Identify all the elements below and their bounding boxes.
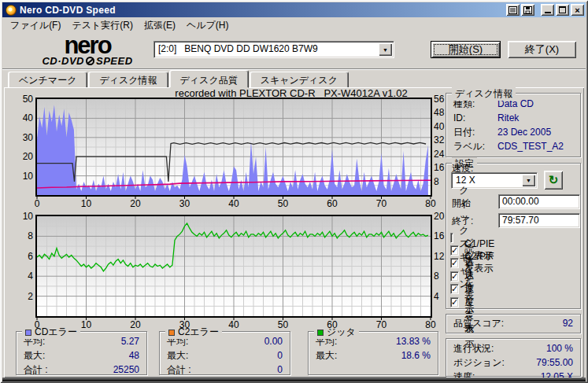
checkbox-option-5[interactable]: ✓書込速度を表示 — [450, 296, 475, 308]
tab-disc-quality[interactable]: ディスク品質 — [169, 70, 249, 88]
menu-item-file[interactable]: ファイル(F) — [5, 18, 66, 33]
cd-errors-value: 25250 — [113, 364, 139, 375]
app-icon — [6, 5, 17, 16]
disc-info-row: ラベル:CDS_TEST_A2 — [446, 141, 580, 152]
status-row: 進行状況:100 % — [446, 343, 580, 354]
c2-errors-value: 0.00 — [264, 336, 283, 347]
quality-score-label: 品質スコア: — [453, 318, 504, 329]
cd-errors-row: 合計 :25250 — [17, 364, 146, 375]
jitter-chart-yright-label: 8 — [434, 271, 453, 282]
menu-item-help[interactable]: ヘルプ(H) — [181, 18, 235, 33]
jitter-chart-x-label: 0 — [25, 319, 49, 330]
jitter-chart-yleft-label: 8 — [9, 230, 33, 241]
c1-error-chart-yright-label: 40 — [434, 121, 453, 132]
disc-info-label: ラベル: — [453, 141, 497, 152]
cd-errors-label: 最大: — [24, 350, 45, 361]
c1-error-chart-x-label: 0 — [25, 198, 49, 209]
jitter-row: 最大:18.6 % — [309, 350, 438, 361]
jitter-chart-x-label: 70 — [370, 319, 394, 330]
status-value: 100 % — [546, 343, 573, 354]
jitter-value: 18.6 % — [401, 350, 431, 361]
c1-error-chart-yleft-label: 40 — [9, 112, 33, 123]
checkbox-label: 書込速度を表示 — [464, 256, 475, 349]
disc-info-row: 日付:23 Dec 2005 — [446, 127, 580, 138]
jitter-chart-x-label: 60 — [320, 319, 344, 330]
start-button[interactable]: 開始(S) — [431, 41, 501, 58]
tab-scandisc[interactable]: スキャンディスク — [250, 72, 349, 88]
header-separator — [2, 68, 586, 70]
cdspeed-logo-text: CD·DVD SPEED — [20, 55, 154, 67]
c1-error-chart-yleft-label: 20 — [9, 151, 33, 162]
close-icon: × — [575, 6, 579, 14]
drive-selector-value: [2:0] BENQ DVD DD DW1620 B7W9 — [158, 43, 318, 54]
jitter-chart-x-label: 20 — [124, 319, 147, 330]
end-position-input[interactable]: 79:57.70 — [498, 213, 580, 228]
disc-info-label: ID: — [453, 112, 497, 123]
c1-error-chart-x-label: 10 — [75, 198, 98, 209]
c1-error-chart-x-label: 30 — [173, 198, 197, 209]
disc-info-group: ディスク情報 種類:Data CDID:Ritek日付:23 Dec 2005ラ… — [446, 93, 581, 157]
quality-score-value: 92 — [563, 318, 573, 329]
tab-benchmark[interactable]: ベンチマーク — [8, 72, 87, 88]
c1-error-chart-yleft-label: 10 — [9, 171, 33, 182]
tab-bar: ベンチマークディスク情報ディスク品質スキャンディスク — [8, 72, 349, 88]
c1-error-chart-x-label: 80 — [419, 198, 442, 209]
jitter-chart-yleft-label: 10 — [9, 211, 33, 222]
disc-info-value: CDS_TEST_A2 — [497, 141, 564, 152]
c1-error-chart-yright-label: 16 — [434, 162, 453, 173]
jitter-chart — [35, 215, 432, 322]
book-icon[interactable] — [506, 4, 520, 16]
jitter-chart-yleft-label: 6 — [9, 251, 33, 262]
app-window: Nero CD-DVD Speed × ファイル(F)テスト実行(R)拡張(E)… — [0, 0, 588, 383]
refresh-icon: ↻ — [549, 173, 559, 187]
title-bar: Nero CD-DVD Speed × — [2, 2, 586, 17]
c2-errors-label: 最大: — [167, 350, 188, 361]
chevron-down-icon[interactable]: ▼ — [379, 43, 392, 56]
c1-error-chart-yright-label: 48 — [434, 107, 453, 118]
jitter-chart-x-label: 80 — [419, 319, 442, 330]
close-button[interactable]: × — [571, 4, 584, 16]
jitter-chart-yright-label: 4 — [434, 291, 453, 302]
chevron-down-icon[interactable]: ▼ — [522, 175, 535, 186]
window-bottom-edge — [2, 377, 586, 381]
c1-error-chart-x-label: 60 — [320, 198, 344, 209]
jitter-chart-yright-label: 20 — [434, 211, 453, 222]
maximize-button[interactable] — [556, 4, 569, 16]
c1-error-chart-yright-label: 56 — [434, 94, 453, 105]
refresh-button[interactable]: ↻ — [544, 171, 563, 190]
drive-selector[interactable]: [2:0] BENQ DVD DD DW1620 B7W9 ▼ — [153, 41, 394, 58]
menu-item-extra[interactable]: 拡張(E) — [139, 18, 181, 33]
cd-errors-value: 48 — [129, 350, 139, 361]
cd-errors-row: 最大:48 — [17, 350, 146, 361]
maximize-icon — [559, 6, 566, 13]
disc-info-value: 23 Dec 2005 — [497, 127, 551, 138]
c1-error-chart-yright-label: 24 — [434, 149, 453, 160]
c1-error-chart-yright-label: 32 — [434, 134, 453, 145]
floppy-disk-icon[interactable] — [521, 4, 534, 16]
start-position-input[interactable]: 00:00.00 — [498, 194, 580, 209]
disc-info-title: ディスク情報 — [452, 87, 516, 101]
c2-errors-value: 0 — [277, 364, 283, 375]
quality-score-group: 品質スコア: 92 — [446, 314, 581, 333]
status-value: 79:55.00 — [536, 357, 573, 368]
c2-errors-value: 0 — [277, 350, 283, 361]
disc-info-value: Ritek — [497, 112, 519, 123]
disc-info-row: ID:Ritek — [446, 112, 580, 123]
exit-button[interactable]: 終了(X) — [508, 41, 576, 58]
c1-error-chart-x-label: 70 — [370, 198, 394, 209]
panel-c2-errors: C2エラー平均:0.00最大:0合計 :0 — [159, 331, 290, 375]
minimize-icon — [545, 12, 551, 13]
jitter-chart-x-label: 10 — [75, 319, 98, 330]
c1-error-chart-x-label: 20 — [124, 198, 147, 209]
jitter-label: 最大: — [316, 350, 337, 361]
minimize-button[interactable] — [541, 4, 554, 16]
tab-disc-info[interactable]: ディスク情報 — [88, 72, 168, 88]
cd-errors-label: 合計 : — [24, 364, 48, 375]
panel-cd-errors: CDエラー平均:5.27最大:48合計 :25250 — [16, 331, 147, 375]
c1-error-chart-yleft-label: 50 — [9, 94, 33, 105]
c1-error-chart-x-label: 50 — [272, 198, 295, 209]
c1-error-chart-x-label: 40 — [222, 198, 246, 209]
window-title: Nero CD-DVD Speed — [20, 5, 505, 16]
jitter-value: 13.83 % — [396, 336, 431, 347]
c1-error-chart-yright-label: 8 — [434, 176, 453, 187]
